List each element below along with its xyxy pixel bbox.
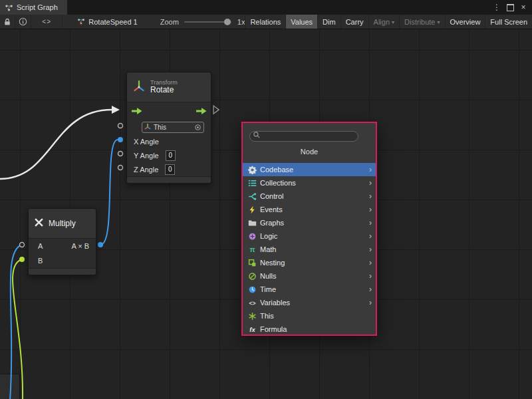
control-flow-row	[127, 102, 211, 120]
info-icon	[19, 17, 27, 26]
control-output-port[interactable]	[213, 106, 219, 114]
chevron-right-icon: ›	[369, 245, 372, 253]
svg-text:<>: <>	[249, 299, 256, 306]
finder-item-time[interactable]: Time ›	[243, 283, 376, 296]
toolbar-button-overview[interactable]: Overview	[445, 15, 485, 29]
maximize-icon[interactable]	[505, 3, 515, 12]
this-row: This	[127, 120, 211, 134]
port-row-y-angle[interactable]: Y Angle 0	[127, 148, 211, 162]
toolbar-button-relations[interactable]: Relations	[245, 15, 285, 29]
lock-icon	[3, 18, 11, 26]
tab-title: Script Graph	[17, 3, 58, 11]
toolbar-button-carry[interactable]: Carry	[340, 15, 368, 29]
clock-icon	[248, 285, 257, 294]
node-header[interactable]: Transform Rotate	[127, 72, 211, 102]
finder-item-codebase[interactable]: Codebase ›	[243, 163, 376, 176]
code-icon: <>	[42, 18, 51, 25]
node-transform-rotate[interactable]: Transform Rotate This	[126, 72, 211, 184]
chevron-down-icon: ▾	[438, 19, 440, 25]
fuzzy-finder: Node Codebase › Collections › Control ›	[241, 122, 377, 336]
finder-item-nulls[interactable]: Nulls ›	[243, 269, 376, 283]
null-icon	[248, 272, 257, 281]
zoom-slider-thumb[interactable]	[224, 19, 231, 25]
multiply-icon	[34, 217, 44, 230]
formula-icon: fx	[248, 325, 257, 334]
lock-button[interactable]	[0, 15, 15, 29]
finder-item-math[interactable]: π Math ›	[243, 243, 376, 256]
x-angle-port[interactable]	[118, 137, 123, 142]
node-footer	[29, 268, 96, 275]
nesting-icon	[248, 259, 257, 267]
node-title: Rotate	[150, 86, 178, 95]
z-angle-label: Z Angle	[134, 166, 158, 174]
control-icon	[248, 192, 257, 201]
toolbar-toggle-group: Relations Values Dim Carry Align▾ Distri…	[245, 15, 532, 29]
variables-icon: <>	[248, 299, 257, 307]
port-row-z-angle[interactable]: Z Angle 0	[127, 162, 211, 176]
port-row-a[interactable]: A A × B	[29, 239, 96, 253]
node-header[interactable]: Multiply	[29, 209, 96, 239]
this-field-label: This	[154, 124, 166, 131]
finder-item-nesting[interactable]: Nesting ›	[243, 256, 376, 269]
graph-object-chip[interactable]: RotateSpeed 1	[77, 17, 137, 27]
finder-item-this[interactable]: This	[243, 309, 376, 323]
finder-item-events[interactable]: Events ›	[243, 203, 376, 216]
toolbar-button-fullscreen[interactable]: Full Screen	[485, 15, 532, 29]
chevron-right-icon: ›	[369, 285, 372, 293]
input-a-label: A	[38, 242, 43, 250]
pi-icon: π	[248, 245, 257, 254]
finder-header: Node	[243, 143, 376, 160]
zoom-slider[interactable]	[184, 21, 231, 23]
search-input[interactable]	[249, 131, 358, 142]
z-angle-port[interactable]	[118, 166, 123, 170]
finder-search	[249, 130, 358, 142]
port-row-b[interactable]: B	[29, 253, 96, 268]
multiply-a-port[interactable]	[20, 243, 25, 247]
control-input-port[interactable]	[112, 106, 120, 114]
graph-canvas[interactable]: Transform Rotate This	[0, 29, 532, 399]
zoom-value: 1x	[237, 18, 245, 26]
this-port[interactable]	[118, 124, 123, 128]
y-angle-input[interactable]: 0	[166, 150, 176, 161]
port-row-x-angle[interactable]: X Angle	[127, 134, 211, 148]
finder-item-collections[interactable]: Collections ›	[243, 176, 376, 190]
kebab-menu-icon[interactable]: ⋮	[492, 3, 501, 12]
toolbar-button-values[interactable]: Values	[285, 15, 317, 29]
object-picker-icon[interactable]	[194, 124, 201, 131]
list-icon	[248, 179, 257, 188]
toolbar-button-dim[interactable]: Dim	[317, 15, 340, 29]
node-multiply[interactable]: Multiply A A × B B	[28, 208, 96, 275]
chevron-right-icon: ›	[369, 219, 372, 227]
logic-icon	[248, 232, 257, 241]
z-angle-input[interactable]: 0	[165, 164, 175, 175]
finder-item-control[interactable]: Control ›	[243, 190, 376, 203]
tab-script-graph[interactable]: Script Graph	[0, 0, 67, 15]
script-graph-window: Script Graph ⋮ × <> RotateSpeed 1 Zoom 1…	[0, 0, 532, 399]
output-label: A × B	[71, 242, 89, 250]
close-icon[interactable]: ×	[519, 3, 528, 12]
partial-node[interactable]	[0, 374, 20, 399]
info-button[interactable]	[15, 15, 31, 29]
control-in-arrow-icon[interactable]	[131, 107, 142, 115]
y-angle-port[interactable]	[118, 152, 123, 156]
multiply-b-port[interactable]	[19, 257, 25, 262]
control-out-arrow-icon[interactable]	[196, 107, 207, 115]
node-footer	[127, 176, 211, 183]
multiply-output-port[interactable]	[98, 242, 103, 247]
search-icon	[253, 131, 261, 139]
finder-item-graphs[interactable]: Graphs ›	[243, 216, 376, 229]
script-graph-icon	[5, 3, 13, 12]
finder-item-logic[interactable]: Logic ›	[243, 229, 376, 243]
toolbar-button-align[interactable]: Align▾	[368, 15, 399, 29]
finder-item-variables[interactable]: <> Variables ›	[243, 296, 376, 309]
control-wire[interactable]	[0, 110, 112, 179]
this-object-field[interactable]: This	[142, 122, 204, 133]
gizmo-mini-icon	[144, 123, 151, 131]
value-wire-multiply-to-xangle[interactable]	[100, 140, 118, 245]
transform-gizmo-icon	[132, 79, 146, 95]
code-button[interactable]: <>	[31, 15, 63, 29]
y-angle-label: Y Angle	[134, 152, 159, 160]
toolbar-button-distribute[interactable]: Distribute▾	[399, 15, 444, 29]
finder-list: Codebase › Collections › Control › Event…	[243, 160, 376, 339]
finder-item-formula[interactable]: fx Formula	[243, 323, 376, 336]
